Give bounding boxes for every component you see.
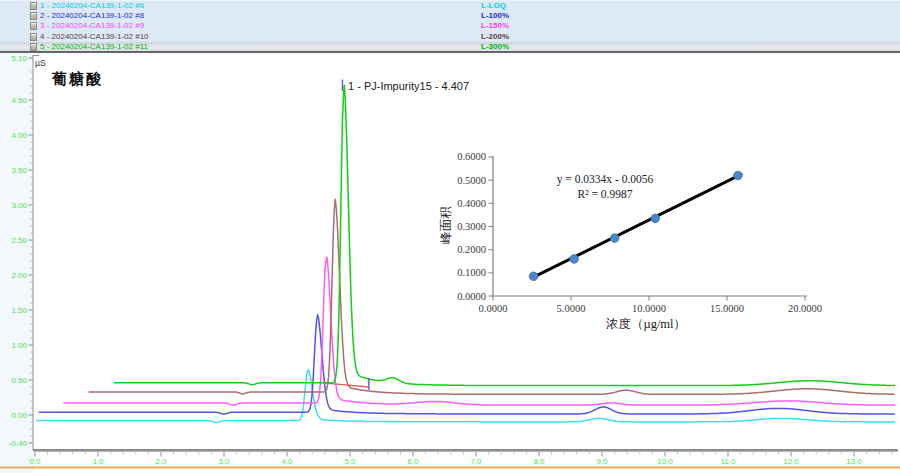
svg-text:20.0000: 20.0000 (788, 303, 822, 314)
svg-text:10.0000: 10.0000 (632, 303, 666, 314)
sample-name: 2 - 20240204-CA139-1-02 #8 (40, 11, 144, 21)
svg-text:3.0: 3.0 (218, 457, 230, 466)
legend-row-sample[interactable]: 1 - 20240204-CA139-1-02 #6L-LOQ (0, 1, 900, 11)
calibration-point (610, 234, 619, 243)
x-axis-ticks: 0.01.02.03.04.05.06.07.08.09.010.011.012… (29, 452, 891, 466)
chromatogram-trace (114, 85, 896, 385)
sample-chromatogram-icon (30, 22, 37, 30)
svg-text:5.0: 5.0 (344, 457, 356, 466)
svg-text:0.0000: 0.0000 (479, 303, 508, 314)
svg-text:3.50: 3.50 (11, 166, 27, 175)
peak-annotation: 1 - PJ-Impurity15 - 4.407 (348, 80, 469, 92)
svg-text:13.0: 13.0 (846, 457, 862, 466)
calibration-point (651, 214, 660, 223)
calibration-xlabel: 浓度（µg/ml） (566, 316, 726, 333)
calibration-ylabel: 峰面积 (438, 185, 452, 265)
svg-text:7.0: 7.0 (470, 457, 482, 466)
svg-text:1.0: 1.0 (92, 457, 104, 466)
svg-text:0.2000: 0.2000 (457, 244, 486, 255)
calibration-point (570, 255, 579, 264)
sample-name: 4 - 20240204-CA139-1-02 #10 (40, 32, 149, 42)
sample-legend: 1 - 20240204-CA139-1-02 #6L-LOQ2 - 20240… (0, 0, 900, 52)
svg-text:2.0: 2.0 (155, 457, 167, 466)
svg-text:12.0: 12.0 (783, 457, 799, 466)
svg-text:6.0: 6.0 (407, 457, 419, 466)
svg-text:0.0000: 0.0000 (457, 291, 486, 302)
svg-text:2.50: 2.50 (11, 236, 27, 245)
chromatogram-trace (39, 315, 895, 415)
svg-text:15.0000: 15.0000 (710, 303, 744, 314)
svg-text:4.0: 4.0 (281, 457, 293, 466)
svg-text:3.00: 3.00 (11, 201, 27, 210)
svg-text:10.0: 10.0 (657, 457, 673, 466)
sample-level-label: L-100% (481, 11, 509, 21)
sample-level-label: L-200% (481, 32, 509, 42)
svg-text:0.3000: 0.3000 (457, 221, 486, 232)
sample-level-label: L-LOQ (481, 1, 506, 11)
svg-text:0.1000: 0.1000 (457, 267, 486, 278)
svg-text:1.00: 1.00 (11, 341, 27, 350)
calibration-point (529, 272, 538, 281)
calibration-r2: R² = 0.9987 (480, 188, 730, 200)
legend-row-sample[interactable]: 3 - 20240204-CA139-1-02 #9L-150% (0, 21, 900, 31)
calibration-point (734, 171, 743, 180)
svg-text:0.0: 0.0 (29, 457, 41, 466)
svg-text:0.00: 0.00 (11, 411, 27, 420)
svg-text:0.50: 0.50 (11, 376, 27, 385)
sample-name: 1 - 20240204-CA139-1-02 #6 (40, 1, 144, 11)
svg-text:11.0: 11.0 (721, 457, 737, 466)
sample-chromatogram-icon (30, 2, 37, 10)
svg-text:9.0: 9.0 (596, 457, 608, 466)
chromatogram-trace (89, 199, 895, 394)
integration-baseline (323, 383, 369, 387)
svg-text:4.00: 4.00 (11, 131, 27, 140)
y-axis-ticks: 5.104.504.003.503.002.502.001.501.000.50… (9, 54, 33, 448)
svg-text:8.0: 8.0 (533, 457, 545, 466)
sample-chromatogram-icon (30, 12, 37, 20)
svg-text:0.6000: 0.6000 (457, 151, 486, 162)
chromatogram-trace (36, 370, 895, 423)
svg-text:2.00: 2.00 (11, 271, 27, 280)
svg-text:5.0000: 5.0000 (557, 303, 586, 314)
sample-level-label: L-150% (481, 21, 509, 31)
sample-chromatogram-icon (30, 43, 37, 51)
chromatogram-title: 葡糖酸 (52, 70, 103, 89)
legend-row-sample[interactable]: 2 - 20240204-CA139-1-02 #8L-100% (0, 11, 900, 21)
sample-name: 3 - 20240204-CA139-1-02 #9 (40, 21, 144, 31)
y-axis-unit: µS (35, 58, 46, 68)
sample-chromatogram-icon (30, 33, 37, 41)
svg-text:4.50: 4.50 (11, 96, 27, 105)
legend-row-sample[interactable]: 4 - 20240204-CA139-1-02 #10L-200% (0, 32, 900, 42)
svg-text:5.10: 5.10 (11, 54, 27, 63)
svg-text:1.50: 1.50 (11, 306, 27, 315)
calibration-equation: y = 0.0334x - 0.0056 (480, 173, 730, 185)
svg-text:-0.40: -0.40 (9, 439, 28, 448)
